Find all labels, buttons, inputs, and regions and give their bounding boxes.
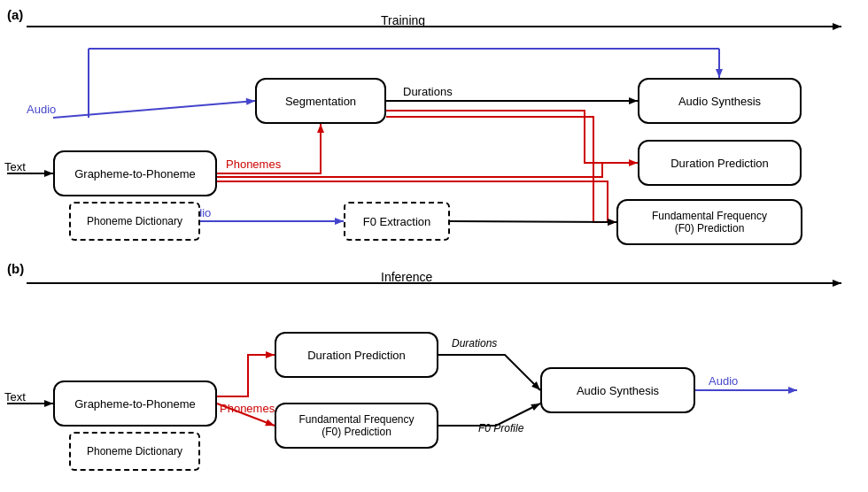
section-b-label: (b) bbox=[7, 261, 24, 276]
g2p-bot-box: Grapheme-to-Phoneme bbox=[53, 381, 217, 427]
g2p-top-box: Grapheme-to-Phoneme bbox=[53, 150, 217, 196]
phoneme-dict-top-box: Phoneme Dictionary bbox=[69, 202, 200, 241]
fundamental-freq-top-box: Fundamental Frequency(F0) Prediction bbox=[616, 199, 802, 245]
training-label: Training bbox=[381, 13, 425, 27]
section-a-label: (a) bbox=[7, 7, 23, 22]
fundamental-freq-bot-box: Fundamental Frequency(F0) Prediction bbox=[275, 403, 438, 449]
segmentation-box: Segmentation bbox=[255, 78, 386, 124]
duration-prediction-top-box: Duration Prediction bbox=[638, 140, 802, 186]
audio-synthesis-bot-box: Audio Synthesis bbox=[540, 367, 695, 413]
audio-synthesis-top-box: Audio Synthesis bbox=[638, 78, 802, 124]
duration-prediction-bot-box: Duration Prediction bbox=[275, 332, 438, 378]
f0-extraction-box: F0 Extraction bbox=[344, 202, 450, 241]
inference-label: Inference bbox=[381, 270, 432, 284]
phoneme-dict-bot-box: Phoneme Dictionary bbox=[69, 432, 200, 471]
